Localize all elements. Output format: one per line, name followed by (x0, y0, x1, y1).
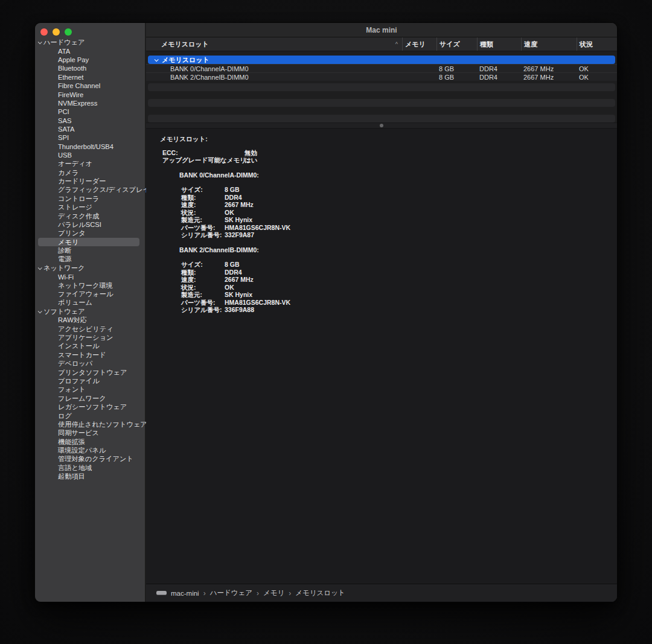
sidebar-item-nvmexpress[interactable]: NVMExpress (38, 99, 139, 107)
sidebar-item-firewall[interactable]: ファイアウォール (38, 290, 139, 298)
sidebar-item-smart-cards[interactable]: スマートカード (38, 351, 139, 359)
sidebar-item-accessibility[interactable]: アクセシビリティ (38, 325, 139, 333)
close-button[interactable] (40, 28, 48, 36)
sidebar-group-label: ハードウェア (43, 38, 85, 47)
column-label: メモリスロット (161, 40, 209, 49)
sidebar-item-disc-burning[interactable]: ディスク作成 (38, 212, 139, 220)
sidebar-item-usb[interactable]: USB (38, 151, 139, 159)
sidebar-item-preference-panes[interactable]: 環境設定パネル (38, 446, 139, 454)
column-label: 速度 (524, 40, 537, 49)
sidebar-item-card-reader[interactable]: カードリーダー (38, 177, 139, 185)
sidebar-item-audio[interactable]: オーディオ (38, 159, 139, 168)
sidebar-item-camera[interactable]: カメラ (38, 168, 139, 177)
bank0-title: BANK 0/ChannelA-DIMM0: (179, 171, 611, 179)
breadcrumb-separator: › (203, 589, 206, 598)
sidebar-item-pci[interactable]: PCI (38, 107, 139, 116)
sidebar-item-extensions[interactable]: 機能拡張 (38, 438, 139, 446)
chevron-down-icon (155, 57, 159, 62)
sidebar-item-graphics-displays[interactable]: グラフィックス/ディスプレイ (38, 186, 139, 194)
sidebar-item-applications[interactable]: アプリケーション (38, 333, 139, 342)
breadcrumb-separator: › (289, 589, 291, 598)
sidebar-item-firewire[interactable]: FireWire (38, 90, 139, 98)
detail-pane: メモリスロット: ECC: 無効 アップグレード可能なメモリ: はい BANK … (146, 129, 617, 584)
sidebar-group-network[interactable]: ネットワーク (35, 264, 145, 272)
field-label: シリアル番号: (181, 306, 222, 313)
sidebar-item-volumes[interactable]: ボリューム (38, 299, 139, 307)
sidebar-item-fibre-channel[interactable]: Fibre Channel (38, 81, 139, 90)
column-header-memory-slot[interactable]: メモリスロット ^ (146, 37, 402, 51)
sidebar-item-fonts[interactable]: フォント (38, 386, 139, 394)
sidebar-item-controller[interactable]: コントローラ (38, 194, 139, 203)
pane-splitter[interactable] (146, 123, 617, 129)
sidebar-item-ethernet[interactable]: Ethernet (38, 73, 139, 81)
table-row-bank0[interactable]: BANK 0/ChannelA-DIMM0 8 GB DDR4 2667 MHz… (146, 64, 617, 72)
sidebar-item-parallel-scsi[interactable]: パラレルSCSI (38, 220, 139, 229)
table-row-label: メモリスロット (162, 56, 209, 65)
sidebar-item-sync-services[interactable]: 同期サービス (38, 429, 139, 438)
field-value: OK (225, 209, 234, 217)
sidebar-item-thunderbolt-usb4[interactable]: Thunderbolt/USB4 (38, 142, 139, 151)
empty-row (148, 115, 615, 123)
column-header-status[interactable]: 状況 (577, 37, 617, 51)
breadcrumb-item-hardware[interactable]: ハードウェア (210, 588, 252, 598)
field-label: 種類: (181, 194, 196, 201)
sidebar-group-label: ネットワーク (43, 264, 85, 273)
window-title: Mac mini (366, 26, 397, 34)
column-header-memory[interactable]: メモリ (402, 37, 436, 51)
sidebar-item-startup-items[interactable]: 起動項目 (38, 473, 139, 481)
field-value: HMA81GS6CJR8N-VK (225, 299, 290, 307)
table-row-bank2[interactable]: BANK 2/ChannelB-DIMM0 8 GB DDR4 2667 MHz… (146, 72, 617, 81)
sidebar-item-printer-software[interactable]: プリンタソフトウェア (38, 368, 139, 377)
column-header-size[interactable]: サイズ (436, 37, 477, 51)
empty-row (148, 91, 615, 99)
sidebar-item-memory[interactable]: メモリ (38, 238, 139, 246)
sidebar-item-raw-support[interactable]: RAW対応 (38, 316, 139, 325)
sidebar-item-logs[interactable]: ログ (38, 412, 139, 420)
sidebar-item-spi[interactable]: SPI (38, 133, 139, 142)
sidebar-item-ata[interactable]: ATA (38, 46, 139, 55)
sidebar-group-software[interactable]: ソフトウェア (35, 307, 145, 316)
sidebar-item-sata[interactable]: SATA (38, 125, 139, 133)
titlebar[interactable]: Mac mini (146, 23, 617, 37)
table-row-memory-slots-selected[interactable]: メモリスロット (148, 56, 615, 64)
sidebar-item-sas[interactable]: SAS (38, 116, 139, 125)
sidebar-item-diagnostics[interactable]: 診断 (38, 246, 139, 255)
sidebar-item-language-region[interactable]: 言語と地域 (38, 464, 139, 472)
zoom-button[interactable] (65, 28, 72, 36)
breadcrumb-item-memory[interactable]: メモリ (263, 588, 284, 598)
sidebar-item-printers[interactable]: プリンタ (38, 229, 139, 238)
detail-field-status: 状況:OK (181, 284, 611, 292)
splitter-handle-icon (380, 124, 383, 127)
sidebar-item-frameworks[interactable]: フレームワーク (38, 394, 139, 403)
sidebar-group-hardware[interactable]: ハードウェア (35, 38, 145, 46)
cell-slot: BANK 0/ChannelA-DIMM0 (146, 65, 402, 72)
breadcrumb-item-mac-mini[interactable]: mac-mini (171, 590, 199, 597)
empty-row (148, 99, 615, 107)
sidebar-item-installations[interactable]: インストール (38, 342, 139, 351)
sidebar-item-bluetooth[interactable]: Bluetooth (38, 64, 139, 72)
sidebar-item-power[interactable]: 電源 (38, 255, 139, 264)
cell-type: DDR4 (477, 74, 521, 81)
column-label: 種類 (480, 40, 493, 49)
sidebar-item-managed-client[interactable]: 管理対象のクライアント (38, 455, 139, 464)
field-label: サイズ: (181, 261, 203, 268)
column-header-type[interactable]: 種類 (477, 37, 521, 51)
detail-field-part-number: パーツ番号:HMA81GS6CJR8N-VK (181, 299, 611, 307)
sidebar-item-legacy-software[interactable]: レガシーソフトウェア (38, 403, 139, 411)
sidebar-item-developer[interactable]: デベロッパ (38, 359, 139, 368)
field-label: 速度: (181, 276, 196, 283)
sort-ascending-icon: ^ (395, 41, 402, 47)
sidebar-item-disabled-software[interactable]: 使用停止されたソフトウェア (38, 420, 139, 429)
breadcrumb-item-memory-slots[interactable]: メモリスロット (295, 588, 345, 598)
bank2-title: BANK 2/ChannelB-DIMM0: (179, 246, 611, 254)
detail-field-size: サイズ:8 GB (181, 261, 611, 269)
sidebar-item-wifi[interactable]: Wi-Fi (38, 273, 139, 281)
sidebar-item-locations[interactable]: ネットワーク環境 (38, 281, 139, 290)
field-value: 2667 MHz (225, 276, 254, 284)
column-header-speed[interactable]: 速度 (521, 37, 577, 51)
sidebar-item-apple-pay[interactable]: Apple Pay (38, 56, 139, 64)
minimize-button[interactable] (53, 28, 60, 36)
field-value: DDR4 (225, 194, 242, 202)
sidebar-item-profiles[interactable]: プロファイル (38, 377, 139, 385)
sidebar-item-storage[interactable]: ストレージ (38, 203, 139, 211)
